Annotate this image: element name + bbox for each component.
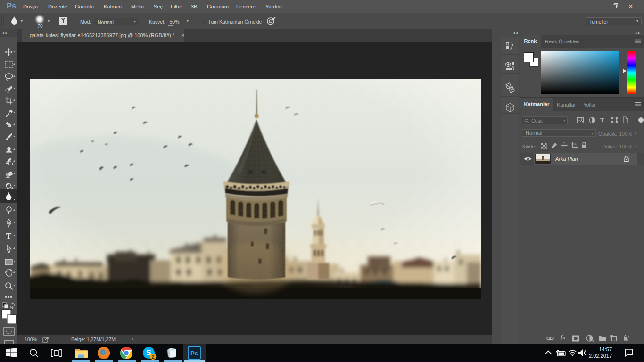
svg-text:2: 2: [151, 354, 154, 360]
svg-text:Ps: Ps: [190, 350, 198, 357]
